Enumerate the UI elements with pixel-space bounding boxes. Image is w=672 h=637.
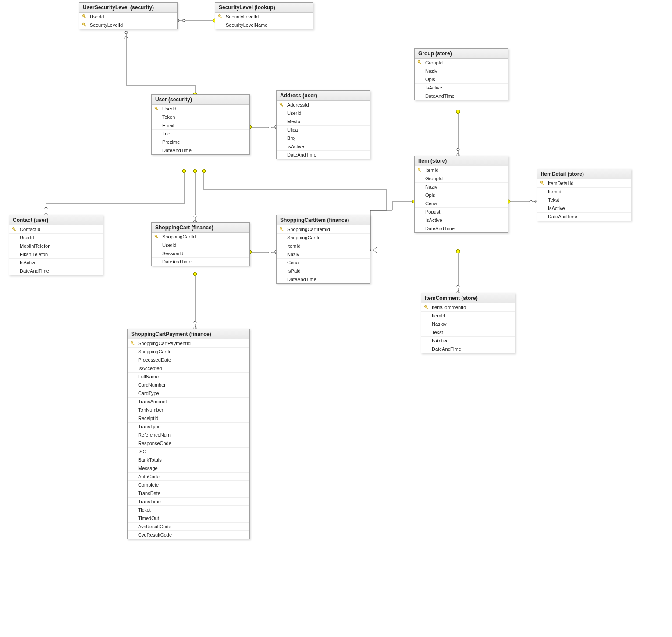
column-row[interactable]: GroupId (415, 174, 508, 183)
column-row[interactable]: CardNumber (128, 381, 249, 389)
entity-header[interactable]: Item (store) (415, 156, 508, 166)
entity-security_level[interactable]: SecurityLevel (lookup)SecurityLevelIdSec… (215, 2, 313, 29)
column-row[interactable]: IsActive (277, 142, 370, 151)
column-row[interactable]: DateAndTime (415, 92, 508, 100)
column-row[interactable]: Naziv (277, 250, 370, 259)
column-row[interactable]: TimedOut (128, 514, 249, 523)
entity-header[interactable]: ItemDetail (store) (537, 169, 631, 179)
column-row[interactable]: ISO (128, 448, 249, 456)
column-row[interactable]: DateAndTime (152, 258, 249, 266)
column-row[interactable]: Naziv (415, 67, 508, 75)
column-row[interactable]: ItemId (537, 188, 631, 196)
column-row[interactable]: FullName (128, 373, 249, 381)
column-row[interactable]: ReceiptId (128, 414, 249, 423)
column-row[interactable]: Ulica (277, 126, 370, 134)
column-row[interactable]: TxnNumber (128, 406, 249, 414)
column-row[interactable]: ResponseCode (128, 439, 249, 448)
column-row[interactable]: Complete (128, 481, 249, 489)
column-row[interactable]: FiksniTelefon (9, 250, 103, 259)
column-row[interactable]: ShoppingCartItemId (277, 225, 370, 234)
entity-item_detail[interactable]: ItemDetail (store)ItemDetailIdItemIdTeks… (537, 169, 631, 221)
column-row[interactable]: Prezime (152, 138, 249, 146)
entity-item_comment[interactable]: ItemComment (store)ItemCommentIdItemIdNa… (421, 293, 515, 353)
entity-header[interactable]: ItemComment (store) (421, 293, 515, 303)
column-row[interactable]: TransAmount (128, 398, 249, 406)
entity-shopping_cart_item[interactable]: ShoppingCartItem (finance)ShoppingCartIt… (276, 215, 370, 284)
entity-header[interactable]: ShoppingCart (finance) (152, 223, 249, 233)
column-row[interactable]: ProcessedDate (128, 356, 249, 364)
column-row[interactable]: UserId (152, 241, 249, 249)
column-row[interactable]: Ime (152, 130, 249, 138)
column-row[interactable]: ShoppingCartId (128, 348, 249, 356)
column-row[interactable]: ItemId (415, 166, 508, 174)
column-row[interactable]: Popust (415, 208, 508, 216)
column-row[interactable]: SecurityLevelId (215, 13, 313, 21)
column-row[interactable]: Broj (277, 134, 370, 142)
column-row[interactable]: IsActive (9, 259, 103, 267)
column-row[interactable]: Message (128, 464, 249, 473)
column-row[interactable]: AddressId (277, 101, 370, 109)
column-row[interactable]: Tekst (421, 328, 515, 337)
column-row[interactable]: Opis (415, 191, 508, 199)
entity-shopping_cart[interactable]: ShoppingCart (finance)ShoppingCartIdUser… (151, 222, 250, 266)
column-row[interactable]: Naslov (421, 320, 515, 328)
entity-header[interactable]: User (security) (152, 95, 249, 105)
column-row[interactable]: GroupId (415, 59, 508, 67)
column-row[interactable]: UserId (79, 13, 177, 21)
column-row[interactable]: ShoppingCartId (152, 233, 249, 241)
column-row[interactable]: ShoppingCartPaymentId (128, 339, 249, 348)
column-row[interactable]: Naziv (415, 183, 508, 191)
column-row[interactable]: BankTotals (128, 456, 249, 464)
entity-header[interactable]: SecurityLevel (lookup) (215, 3, 313, 13)
column-row[interactable]: ItemId (277, 242, 370, 250)
entity-item[interactable]: Item (store)ItemIdGroupIdNazivOpisCenaPo… (414, 156, 508, 233)
column-row[interactable]: DateAndTime (9, 267, 103, 275)
column-row[interactable]: TransDate (128, 489, 249, 498)
column-row[interactable]: DateAndTime (152, 146, 249, 154)
column-row[interactable]: Mesto (277, 117, 370, 126)
column-row[interactable]: IsActive (415, 84, 508, 92)
column-row[interactable]: IsActive (537, 204, 631, 213)
column-row[interactable]: ReferenceNum (128, 431, 249, 439)
column-row[interactable]: DateAndTime (421, 345, 515, 353)
column-row[interactable]: Ticket (128, 506, 249, 514)
column-row[interactable]: DateAndTime (277, 275, 370, 283)
column-row[interactable]: AvsResultCode (128, 523, 249, 531)
column-row[interactable]: MobilniTelefon (9, 242, 103, 250)
column-row[interactable]: IsPaid (277, 267, 370, 275)
column-row[interactable]: IsActive (415, 216, 508, 224)
column-row[interactable]: SecurityLevelId (79, 21, 177, 29)
column-row[interactable]: UserId (152, 105, 249, 113)
entity-header[interactable]: Address (user) (277, 91, 370, 101)
column-row[interactable]: ItemCommentId (421, 303, 515, 312)
column-row[interactable]: SecurityLevelName (215, 21, 313, 29)
entity-header[interactable]: ShoppingCartItem (finance) (277, 215, 370, 225)
column-row[interactable]: UserId (9, 234, 103, 242)
column-row[interactable]: SessionId (152, 249, 249, 258)
column-row[interactable]: DateAndTime (537, 213, 631, 221)
column-row[interactable]: ContactId (9, 225, 103, 234)
entity-group[interactable]: Group (store)GroupIdNazivOpisIsActiveDat… (414, 48, 508, 100)
column-row[interactable]: ItemDetailId (537, 179, 631, 188)
column-row[interactable]: Opis (415, 75, 508, 84)
column-row[interactable]: CardType (128, 389, 249, 398)
column-row[interactable]: IsActive (421, 337, 515, 345)
column-row[interactable]: Email (152, 121, 249, 130)
column-row[interactable]: DateAndTime (415, 224, 508, 232)
column-row[interactable]: AuthCode (128, 473, 249, 481)
column-row[interactable]: Tekst (537, 196, 631, 204)
entity-header[interactable]: Group (store) (415, 49, 508, 59)
entity-user_security_level[interactable]: UserSecurityLevel (security)UserIdSecuri… (79, 2, 178, 29)
column-row[interactable]: DateAndTime (277, 151, 370, 159)
column-row[interactable]: IsAccepted (128, 364, 249, 373)
entity-header[interactable]: ShoppingCartPayment (finance) (128, 329, 249, 339)
entity-header[interactable]: Contact (user) (9, 215, 103, 225)
column-row[interactable]: ShoppingCartId (277, 234, 370, 242)
column-row[interactable]: TransTime (128, 498, 249, 506)
entity-user[interactable]: User (security)UserIdTokenEmailImePrezim… (151, 94, 250, 155)
column-row[interactable]: ItemId (421, 312, 515, 320)
column-row[interactable]: CvdResultCode (128, 531, 249, 539)
column-row[interactable]: UserId (277, 109, 370, 117)
entity-header[interactable]: UserSecurityLevel (security) (79, 3, 177, 13)
entity-shopping_cart_payment[interactable]: ShoppingCartPayment (finance)ShoppingCar… (127, 329, 250, 539)
